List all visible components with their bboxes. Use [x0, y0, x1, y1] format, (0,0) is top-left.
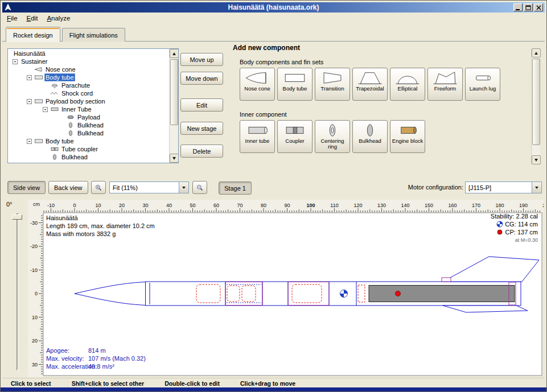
- tab-rocket-design[interactable]: Rocket design: [6, 27, 60, 42]
- cg-marker: [340, 290, 348, 298]
- tree-item-parachute[interactable]: Parachute: [8, 81, 168, 89]
- menu-analyze[interactable]: Analyze: [42, 14, 75, 23]
- scroll-down-button[interactable]: [532, 155, 541, 164]
- new-stage-button[interactable]: New stage: [180, 122, 223, 135]
- shock-cord-tree-icon: [50, 90, 59, 97]
- maximize-button[interactable]: [524, 3, 533, 11]
- menu-edit[interactable]: Edit: [22, 14, 43, 23]
- close-button[interactable]: [534, 3, 543, 11]
- tab-flight-simulations[interactable]: Flight simulations: [62, 28, 125, 42]
- motor-configuration-label: Motor configuration:: [394, 184, 463, 191]
- body-tube-tree-icon: [34, 138, 43, 145]
- tree-expander[interactable]: [43, 107, 48, 112]
- rocket-name: Haisunäätä: [46, 214, 79, 221]
- scroll-up-button[interactable]: [170, 49, 179, 58]
- tree-item-tube-coupler[interactable]: Tube coupler: [8, 145, 168, 153]
- zoom-out-button[interactable]: [192, 181, 207, 194]
- component-button-transition[interactable]: Transition: [315, 68, 350, 101]
- body-tube-tree-icon: [34, 74, 43, 81]
- tree-item-inner-tube[interactable]: Inner Tube: [8, 105, 168, 113]
- tree-item-stage[interactable]: Sustainer: [8, 57, 168, 65]
- svg-text:70: 70: [237, 203, 242, 208]
- acceleration-value: 49.8 m/s²: [88, 363, 114, 370]
- menu-bar: File Edit Analyze: [2, 13, 545, 24]
- scrollbar-thumb[interactable]: [532, 59, 540, 145]
- velocity-label: Max. velocity:: [46, 355, 84, 362]
- zoom-in-button[interactable]: [91, 181, 106, 194]
- tree-scrollbar[interactable]: [169, 49, 178, 163]
- freeform-fin-icon: [431, 70, 459, 86]
- svg-text:80: 80: [261, 203, 266, 208]
- rotation-slider-track[interactable]: [17, 213, 19, 370]
- rotation-slider-thumb[interactable]: [12, 214, 22, 220]
- scroll-up-button[interactable]: [532, 48, 541, 57]
- zoom-select[interactable]: Fit (11%): [109, 181, 189, 193]
- svg-text:190: 190: [519, 203, 528, 208]
- component-button-engine-block[interactable]: Engine block: [390, 120, 425, 153]
- tree-expander[interactable]: [27, 139, 32, 144]
- back-view-button[interactable]: Back view: [48, 181, 88, 194]
- component-tree: Haisunäätä Sustainer Nose cone Body tube…: [7, 48, 179, 163]
- minimize-button[interactable]: [513, 3, 523, 11]
- ruler-unit-label: cm: [33, 201, 40, 207]
- tree-item-shock-cord[interactable]: Shock cord: [8, 89, 168, 97]
- cg-legend-icon: [497, 221, 503, 227]
- title-bar: Haisunäätä (haisunaata.ork): [2, 2, 545, 13]
- motor-configuration-select[interactable]: [J115-P]: [465, 181, 542, 193]
- svg-text:120: 120: [353, 203, 362, 208]
- edit-button[interactable]: Edit: [180, 98, 223, 112]
- component-panel-scrollbar[interactable]: [531, 48, 540, 164]
- scrollbar-thumb[interactable]: [170, 59, 178, 125]
- svg-text:0: 0: [73, 203, 76, 208]
- stage-1-toggle[interactable]: Stage 1: [219, 181, 252, 195]
- tree-item-body-tube-2[interactable]: Body tube: [8, 137, 168, 145]
- component-button-bulkhead[interactable]: Bulkhead: [352, 120, 388, 153]
- component-button-body-tube[interactable]: Body tube: [277, 68, 312, 101]
- component-button-launch-lug[interactable]: Launch lug: [465, 68, 500, 101]
- component-button-nose-cone[interactable]: Nose cone: [240, 68, 275, 101]
- component-button-elliptical[interactable]: Elliptical: [390, 68, 425, 101]
- tree-item-nose-cone[interactable]: Nose cone: [8, 65, 168, 73]
- scroll-down-button[interactable]: [170, 154, 179, 163]
- component-button-trapezoidal[interactable]: Trapezoidal: [352, 68, 388, 101]
- hint-double-click: Double-click to edit: [164, 380, 220, 387]
- tree-item-rocket[interactable]: Haisunäätä: [8, 49, 168, 57]
- svg-text:50: 50: [190, 203, 195, 208]
- rocket-canvas[interactable]: cm -100102030405060708090100110120130140…: [28, 200, 544, 377]
- tree-item-bulkhead[interactable]: Bulkhead: [8, 153, 168, 161]
- tree-item-bulkhead[interactable]: Bulkhead: [8, 129, 168, 137]
- magnifier-minus-icon: [196, 183, 203, 192]
- tree-item-bulkhead[interactable]: Bulkhead: [8, 121, 168, 129]
- tree-expander[interactable]: [27, 75, 32, 80]
- move-up-button[interactable]: Move up: [180, 53, 223, 66]
- tree-item-payload[interactable]: Payload: [8, 113, 168, 121]
- svg-text:60: 60: [213, 203, 219, 208]
- bulkhead-icon: [356, 122, 384, 138]
- svg-text:-10: -10: [47, 203, 55, 208]
- launch-lug-shape[interactable]: [442, 278, 451, 282]
- svg-text:140: 140: [401, 203, 409, 208]
- velocity-value: 107 m/s (Mach 0.32): [88, 355, 146, 362]
- trapezoidal-fin-icon: [356, 70, 384, 86]
- coupler-icon: [281, 122, 309, 138]
- svg-text:-10: -10: [30, 267, 38, 273]
- cp-marker: [396, 291, 401, 296]
- side-view-button[interactable]: Side view: [7, 181, 46, 194]
- component-button-inner-tube[interactable]: Inner tube: [240, 120, 275, 153]
- body-tube-icon: [281, 70, 309, 86]
- motor-shape[interactable]: [369, 286, 515, 302]
- component-button-centering-ring[interactable]: Centering ring: [315, 120, 350, 153]
- delete-button[interactable]: Delete: [180, 145, 223, 158]
- menu-file[interactable]: File: [2, 14, 22, 23]
- tree-expander[interactable]: [27, 99, 32, 104]
- component-button-coupler[interactable]: Coupler: [277, 120, 312, 153]
- tree-item-body-tube[interactable]: Body tube: [8, 73, 168, 81]
- component-button-freeform[interactable]: Freeform: [427, 68, 463, 101]
- move-down-button[interactable]: Move down: [180, 72, 223, 85]
- tree-item-payload-section[interactable]: Payload body section: [8, 97, 168, 105]
- body-component-buttons: Nose cone Body tube Transition Trapezoid…: [240, 68, 500, 101]
- dropdown-arrow-icon[interactable]: [532, 182, 541, 193]
- dropdown-arrow-icon[interactable]: [179, 182, 188, 193]
- bulkhead-tree-icon: [66, 130, 75, 137]
- tree-expander[interactable]: [13, 59, 18, 64]
